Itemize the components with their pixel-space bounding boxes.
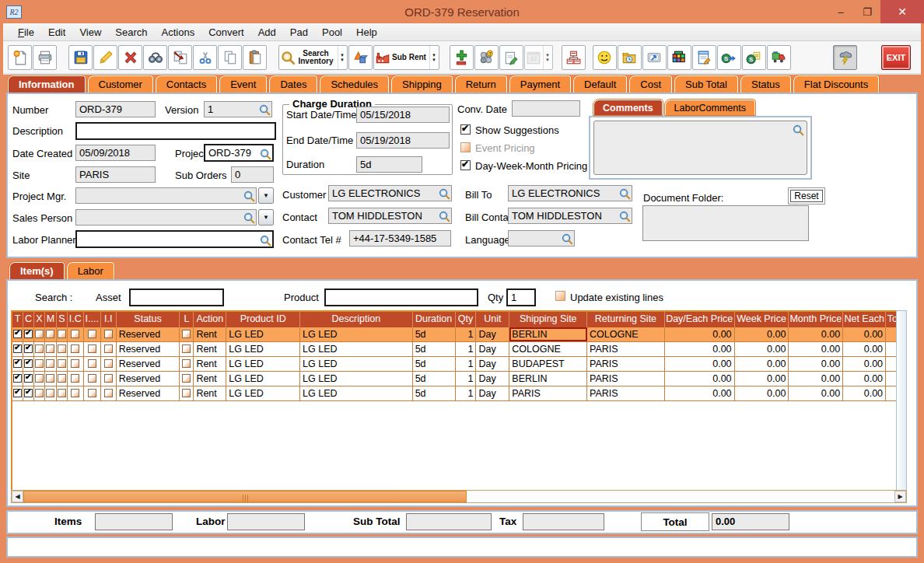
row-checkbox-s[interactable] — [58, 344, 66, 353]
column-header-x[interactable]: X — [34, 312, 45, 327]
cell-returning_site[interactable]: COLOGNE — [587, 327, 665, 341]
row-checkbox-idots[interactable] — [88, 359, 96, 368]
row-checkbox-l[interactable] — [182, 330, 191, 338]
tab-item-s-[interactable]: Item(s) — [9, 262, 65, 279]
cell-unit[interactable]: Day — [476, 327, 509, 341]
column-header-t[interactable]: T — [12, 312, 23, 327]
scroll-left-arrow[interactable]: ◀ — [12, 491, 23, 502]
cell-duration[interactable]: 5d — [413, 372, 456, 386]
column-header-returning_site[interactable]: Returning Site — [587, 312, 665, 327]
row-checkbox-ii[interactable] — [104, 359, 113, 368]
convert-shapes-button[interactable] — [348, 45, 373, 70]
cell-day_each_price[interactable]: 0.00 — [665, 327, 735, 341]
row-checkbox-t[interactable] — [13, 330, 22, 338]
sales-person-lookup-icon[interactable] — [243, 212, 255, 224]
tab-return[interactable]: Return — [455, 75, 507, 93]
order-notes-button[interactable]: S — [742, 45, 766, 70]
attendees-button[interactable]: ? — [474, 45, 499, 70]
shortcut-key-button[interactable] — [642, 45, 667, 70]
cell-week_price[interactable]: 0.00 — [735, 357, 789, 371]
column-header-net_each[interactable]: Net Each — [843, 312, 886, 327]
sub-rent-button[interactable]: Sub Rent▼▼ — [373, 45, 439, 70]
cell-action[interactable]: Rent — [194, 342, 226, 356]
smiley-button[interactable] — [593, 45, 617, 70]
notes-button[interactable] — [499, 45, 523, 70]
menu-item-view[interactable]: View — [72, 25, 108, 40]
scroll-right-arrow[interactable]: ▶ — [894, 491, 906, 502]
table-row[interactable]: ReservedRentLG LEDLG LED5d1DayBERLINPARI… — [12, 372, 902, 386]
qty-input[interactable]: 1 — [506, 288, 536, 306]
cell-day_each_price[interactable]: 0.00 — [665, 357, 735, 371]
column-header-description[interactable]: Description — [300, 312, 413, 327]
cell-qty[interactable]: 1 — [456, 372, 477, 386]
cell-action[interactable]: Rent — [194, 372, 226, 386]
row-checkbox-s[interactable] — [58, 374, 66, 383]
column-header-qty[interactable]: Qty — [456, 312, 477, 327]
menu-item-edit[interactable]: Edit — [41, 25, 72, 40]
row-checkbox-ii[interactable] — [104, 330, 113, 338]
cell-returning_site[interactable]: PARIS — [587, 372, 665, 386]
minimize-button[interactable]: – — [828, 0, 854, 23]
cell-product_id[interactable]: LG LED — [226, 327, 300, 341]
cell-qty[interactable]: 1 — [456, 357, 477, 371]
menu-item-file[interactable]: File — [11, 25, 41, 40]
table-row[interactable]: ReservedRentLG LEDLG LED5d1DayPARISPARIS… — [12, 386, 902, 401]
row-checkbox-ic[interactable] — [71, 374, 79, 383]
row-checkbox-x[interactable] — [35, 374, 44, 383]
reset-button[interactable]: Reset — [788, 187, 825, 205]
row-checkbox-l[interactable] — [182, 374, 191, 383]
cell-unit[interactable]: Day — [476, 386, 509, 400]
column-header-l[interactable]: L — [180, 312, 194, 327]
cell-shipping_site[interactable]: BERLIN — [509, 327, 587, 341]
cell-description[interactable]: LG LED — [300, 372, 413, 386]
tab-event[interactable]: Event — [219, 75, 267, 93]
row-checkbox-x[interactable] — [35, 389, 44, 397]
tab-comments[interactable]: Comments — [593, 100, 663, 115]
cell-month_price[interactable]: 0.00 — [789, 386, 843, 400]
sub-rent-dropdown-icon[interactable]: ▼▼ — [429, 46, 438, 69]
close-button[interactable]: ✕ — [880, 0, 924, 23]
cell-shipping_site[interactable]: BUDAPEST — [509, 357, 587, 371]
bill-to-lookup-icon[interactable] — [618, 187, 631, 200]
cell-description[interactable]: LG LED — [300, 357, 413, 371]
cell-status[interactable]: Reserved — [117, 372, 180, 386]
row-checkbox-t[interactable] — [13, 389, 22, 397]
search-inventory-dropdown-icon[interactable]: ▼▼ — [338, 46, 346, 69]
exit-button[interactable]: EXIT — [881, 45, 911, 70]
cell-duration[interactable]: 5d — [413, 327, 456, 341]
cell-description[interactable]: LG LED — [300, 342, 413, 356]
folder-clock-button[interactable] — [618, 45, 642, 70]
contact-lookup-icon[interactable] — [438, 210, 450, 222]
tab-default[interactable]: Default — [573, 75, 627, 93]
cell-action[interactable]: Rent — [194, 327, 226, 341]
sales-person-field[interactable] — [75, 209, 257, 226]
row-checkbox-t[interactable] — [13, 344, 22, 353]
inventory-blocks-button[interactable] — [667, 45, 691, 70]
row-checkbox-ic[interactable] — [71, 344, 79, 353]
row-checkbox-ii[interactable] — [104, 374, 113, 383]
comments-lookup-icon[interactable] — [792, 124, 804, 136]
column-header-month_price[interactable]: Month Price — [789, 312, 843, 327]
row-checkbox-m[interactable] — [46, 359, 54, 368]
row-checkbox-idots[interactable] — [88, 374, 96, 383]
row-checkbox-m[interactable] — [46, 389, 54, 397]
cell-month_price[interactable]: 0.00 — [789, 327, 843, 341]
tab-laborcomments[interactable]: LaborComments — [665, 100, 755, 115]
cell-net_each[interactable]: 0.00 — [843, 386, 886, 400]
column-header-status[interactable]: Status — [117, 312, 180, 327]
search-inventory-button[interactable]: Search Inventory▼▼ — [278, 45, 348, 70]
row-checkbox-t[interactable] — [13, 359, 22, 368]
row-checkbox-m[interactable] — [46, 330, 54, 338]
row-checkbox-s[interactable] — [58, 330, 66, 338]
cell-status[interactable]: Reserved — [117, 386, 180, 400]
row-checkbox-c[interactable] — [24, 374, 33, 383]
find-button[interactable] — [143, 45, 167, 70]
forward-order-button[interactable]: S — [717, 45, 741, 70]
cell-action[interactable]: Rent — [194, 386, 226, 400]
row-checkbox-idots[interactable] — [88, 330, 96, 338]
bill-contact-lookup-icon[interactable] — [618, 210, 631, 222]
cell-product_id[interactable]: LG LED — [226, 342, 300, 356]
tab-sub-total[interactable]: Sub Total — [674, 75, 738, 93]
menu-item-search[interactable]: Search — [108, 25, 154, 40]
cell-shipping_site[interactable]: PARIS — [509, 386, 587, 400]
